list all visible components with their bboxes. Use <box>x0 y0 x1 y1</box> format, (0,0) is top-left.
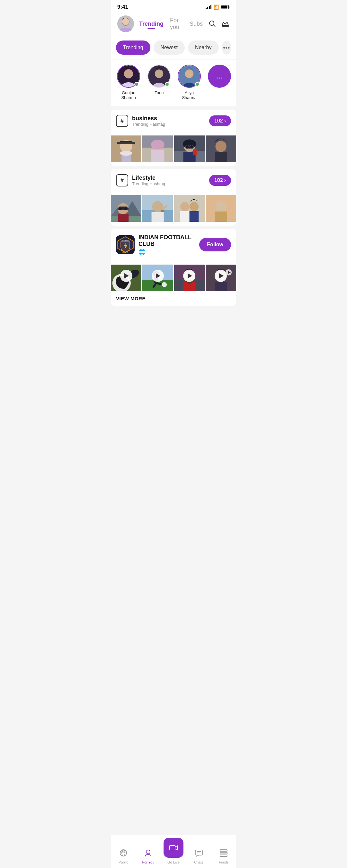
photo-2-4[interactable] <box>206 191 236 221</box>
hashtag-subtitle-1: Trending Hashtag <box>132 122 165 127</box>
story-item-3[interactable]: Aliya Sharma <box>177 65 201 100</box>
photo-1-3[interactable] <box>174 131 205 162</box>
svg-rect-51 <box>124 208 128 210</box>
story-name-3: Aliya Sharma <box>177 90 201 100</box>
svg-rect-10 <box>222 25 228 27</box>
hash-icon-2: # <box>116 174 128 186</box>
play-button-4[interactable] <box>215 270 227 282</box>
tab-for-you[interactable]: For you <box>170 17 183 31</box>
svg-text:WINDY CITY: WINDY CITY <box>121 240 129 241</box>
crown-icon[interactable] <box>221 19 230 28</box>
video-cell-4[interactable] <box>206 261 236 291</box>
svg-rect-88 <box>215 282 227 291</box>
story-avatar-wrap-1 <box>117 65 140 88</box>
hashtag-count-2[interactable]: 102 › <box>209 175 231 186</box>
hashtag-tag-2: Lifestyle <box>132 175 165 181</box>
hashtag-card-business: # business Trending Hashtag 102 › <box>111 110 236 166</box>
nav-tabs: Trending For you Subs <box>139 17 203 31</box>
svg-point-16 <box>155 69 163 78</box>
play-button-3[interactable] <box>183 270 195 282</box>
photo-2-2[interactable] <box>142 191 173 221</box>
svg-point-60 <box>180 202 190 212</box>
story-item-2[interactable]: Tanu <box>148 65 170 100</box>
header-actions <box>208 19 230 28</box>
filter-more[interactable]: ●●● <box>222 40 231 55</box>
play-button-2[interactable] <box>152 270 164 282</box>
view-more-button[interactable]: VIEW MORE <box>111 291 236 306</box>
svg-point-81 <box>162 282 167 287</box>
online-indicator-1 <box>134 82 139 87</box>
video-cell-1[interactable] <box>111 261 141 291</box>
svg-point-35 <box>183 140 196 149</box>
search-icon[interactable] <box>208 19 217 28</box>
status-icons: 📶 <box>206 4 230 10</box>
tab-trending[interactable]: Trending <box>139 21 163 27</box>
hashtag-info-1: business Trending Hashtag <box>132 115 165 127</box>
hashtag-subtitle-2: Trending Hashtag <box>132 181 165 186</box>
club-meta: 🌐 <box>138 248 195 255</box>
club-card: WINDY CITY RAMPAGE INDIAN FOOTBALL CLUB … <box>111 229 236 306</box>
svg-point-65 <box>215 200 226 212</box>
svg-rect-31 <box>151 150 164 162</box>
svg-rect-50 <box>118 208 122 210</box>
photos-grid-1 <box>111 128 236 162</box>
tab-subs[interactable]: Subs <box>190 21 203 27</box>
svg-rect-43 <box>215 152 227 162</box>
svg-rect-1 <box>229 6 230 8</box>
play-triangle-2 <box>156 273 160 278</box>
more-icon: ... <box>208 65 231 88</box>
svg-rect-2 <box>221 6 227 9</box>
story-item[interactable]: Gunjan Sharma <box>116 65 141 100</box>
photo-2-1[interactable] <box>111 191 141 221</box>
club-name: INDIAN FOOTBALL CLUB <box>138 234 195 248</box>
photo-2-3[interactable] <box>174 191 205 221</box>
hashtag-count-1[interactable]: 102 › <box>209 116 231 126</box>
play-button-1[interactable] <box>120 270 132 282</box>
story-avatar-wrap-3 <box>178 65 201 88</box>
stories-row: Gunjan Sharma Tanu <box>111 60 236 106</box>
hashtag-tag-1: business <box>132 115 165 122</box>
user-avatar[interactable] <box>117 16 134 32</box>
more-stories-button[interactable]: ... More <box>208 65 231 100</box>
video-cell-2[interactable] <box>142 261 173 291</box>
svg-rect-24 <box>117 142 135 144</box>
status-bar: 9:41 📶 <box>111 0 236 13</box>
signal-icon <box>206 5 212 9</box>
club-header: WINDY CITY RAMPAGE INDIAN FOOTBALL CLUB … <box>111 229 236 261</box>
follow-button[interactable]: Follow <box>199 238 231 251</box>
filter-tabs: Trending Newest Nearby ●●● <box>111 36 236 60</box>
online-indicator-2 <box>165 82 169 87</box>
video-cell-3[interactable] <box>174 261 205 291</box>
battery-icon <box>221 5 230 9</box>
bottom-spacer <box>111 309 236 335</box>
club-videos <box>111 261 236 291</box>
svg-point-42 <box>215 141 226 152</box>
hashtag-header-2: # Lifestyle Trending Hashtag 102 › <box>111 169 236 188</box>
svg-point-30 <box>151 140 164 150</box>
svg-rect-56 <box>152 212 164 222</box>
filter-trending[interactable]: Trending <box>116 40 150 55</box>
hashtag-header-1: # business Trending Hashtag 102 › <box>111 110 236 128</box>
svg-rect-40 <box>193 149 197 155</box>
story-name-1: Gunjan Sharma <box>116 90 141 100</box>
status-time: 9:41 <box>117 4 128 10</box>
play-triangle-1 <box>124 273 129 278</box>
photo-1-1[interactable] <box>111 131 141 162</box>
photo-1-4[interactable] <box>206 131 236 162</box>
filter-nearby[interactable]: Nearby <box>188 40 219 55</box>
play-triangle-4 <box>219 273 224 278</box>
content-area: # business Trending Hashtag 102 › <box>111 110 236 306</box>
svg-rect-52 <box>118 214 128 222</box>
club-info: INDIAN FOOTBALL CLUB 🌐 <box>138 234 195 255</box>
club-logo: WINDY CITY RAMPAGE <box>116 235 135 254</box>
svg-point-6 <box>122 18 129 25</box>
story-name-2: Tanu <box>155 90 163 95</box>
hashtag-info-2: Lifestyle Trending Hashtag <box>132 175 165 186</box>
filter-newest[interactable]: Newest <box>154 40 185 55</box>
story-avatar-wrap-2 <box>148 65 170 88</box>
photos-grid-2 <box>111 188 236 221</box>
wifi-icon: 📶 <box>213 4 219 10</box>
header: Trending For you Subs <box>111 13 236 36</box>
photo-1-2[interactable] <box>142 131 173 162</box>
svg-rect-58 <box>161 210 164 212</box>
